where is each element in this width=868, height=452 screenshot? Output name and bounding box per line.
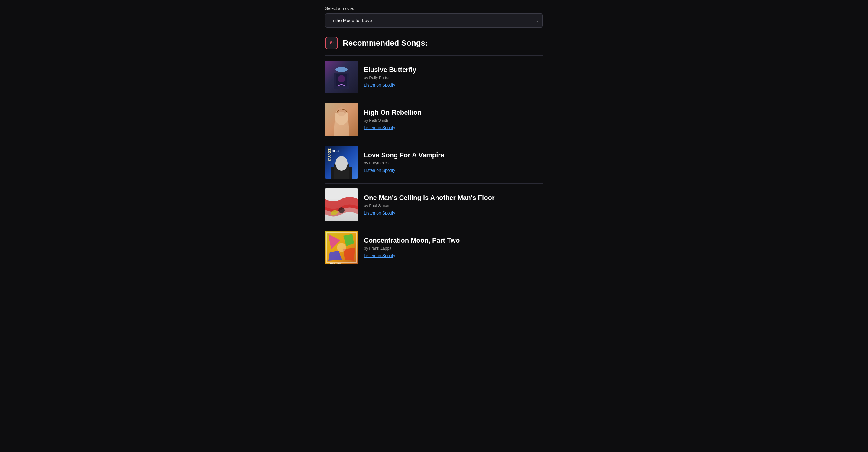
svg-point-21 xyxy=(337,243,346,252)
refresh-icon: ↻ xyxy=(330,39,334,46)
song-info-love-song-vampire: Love Song For A VampireEurythmicsListen … xyxy=(364,151,543,173)
refresh-button[interactable]: ↻ xyxy=(325,37,338,49)
svg-point-17 xyxy=(339,207,345,213)
album-art-one-mans-ceiling xyxy=(325,189,358,221)
songs-list: Elusive ButterflyDolly PartonListen on S… xyxy=(325,55,543,269)
list-item: SB II KARAOKE Love Song For A VampireEur… xyxy=(325,141,543,183)
song-title: High On Rebellion xyxy=(364,109,543,116)
song-info-high-on-rebellion: High On RebellionPatti SmithListen on Sp… xyxy=(364,109,543,130)
song-artist: Patti Smith xyxy=(364,118,543,122)
page-container: Select a movie: In the Mood for LoveBlad… xyxy=(319,6,549,269)
album-art-concentration-moon: Frank Zappa xyxy=(325,231,358,264)
list-item: One Man's Ceiling Is Another Man's Floor… xyxy=(325,183,543,226)
song-artist: Paul Simon xyxy=(364,203,543,208)
spotify-link[interactable]: Listen on Spotify xyxy=(364,125,395,130)
spotify-link[interactable]: Listen on Spotify xyxy=(364,83,395,87)
list-item: Elusive ButterflyDolly PartonListen on S… xyxy=(325,56,543,98)
album-art-high-on-rebellion xyxy=(325,103,358,136)
song-info-elusive-butterfly: Elusive ButterflyDolly PartonListen on S… xyxy=(364,66,543,87)
album-art-elusive-butterfly xyxy=(325,60,358,93)
svg-point-11 xyxy=(336,156,347,171)
song-artist: Dolly Parton xyxy=(364,75,543,80)
svg-text:Frank Zappa: Frank Zappa xyxy=(329,263,342,264)
song-title: Love Song For A Vampire xyxy=(364,151,543,159)
movie-select[interactable]: In the Mood for LoveBlade RunnerLost in … xyxy=(325,13,543,28)
select-label: Select a movie: xyxy=(325,6,543,11)
header-row: ↻ Recommended Songs: xyxy=(325,37,543,49)
svg-text:KARAOKE: KARAOKE xyxy=(328,148,331,161)
spotify-link[interactable]: Listen on Spotify xyxy=(364,168,395,173)
svg-text:SB II: SB II xyxy=(332,150,339,152)
song-title: Concentration Moon, Part Two xyxy=(364,236,543,245)
song-title: One Man's Ceiling Is Another Man's Floor xyxy=(364,194,543,202)
song-title: Elusive Butterfly xyxy=(364,66,543,74)
svg-point-1 xyxy=(336,67,347,72)
song-artist: Frank Zappa xyxy=(364,246,543,251)
spotify-link[interactable]: Listen on Spotify xyxy=(364,253,395,258)
album-art-love-song-vampire: SB II KARAOKE xyxy=(325,146,358,178)
movie-select-wrapper: In the Mood for LoveBlade RunnerLost in … xyxy=(325,13,543,28)
svg-point-4 xyxy=(338,75,345,82)
song-info-concentration-moon: Concentration Moon, Part TwoFrank ZappaL… xyxy=(364,236,543,258)
song-artist: Eurythmics xyxy=(364,161,543,165)
list-item: Frank Zappa Concentration Moon, Part Two… xyxy=(325,226,543,269)
song-info-one-mans-ceiling: One Man's Ceiling Is Another Man's Floor… xyxy=(364,194,543,216)
section-title: Recommended Songs: xyxy=(343,38,428,48)
list-item: High On RebellionPatti SmithListen on Sp… xyxy=(325,98,543,141)
spotify-link[interactable]: Listen on Spotify xyxy=(364,210,395,216)
